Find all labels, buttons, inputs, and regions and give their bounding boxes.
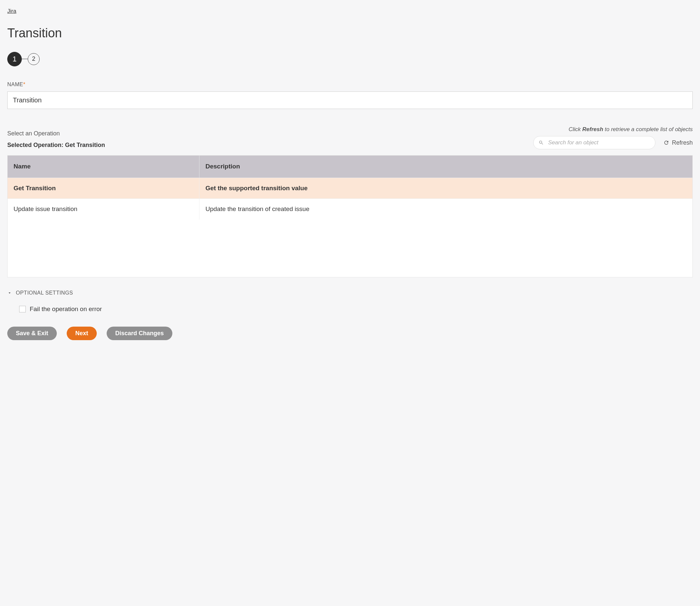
search-icon [539, 140, 544, 145]
refresh-button[interactable]: Refresh [663, 139, 693, 147]
column-name: Name [7, 156, 200, 178]
search-input[interactable] [533, 136, 655, 149]
stepper: 1 2 [7, 52, 693, 66]
refresh-hint-suffix: to retrieve a complete list of objects [603, 126, 693, 133]
step-2[interactable]: 2 [28, 53, 40, 65]
refresh-hint: Click Refresh to retrieve a complete lis… [533, 125, 693, 134]
selected-operation-value: Get Transition [65, 142, 105, 148]
table-row[interactable]: Get TransitionGet the supported transiti… [7, 178, 693, 199]
optional-settings-label: OPTIONAL SETTINGS [16, 289, 73, 297]
refresh-icon [663, 140, 669, 146]
optional-settings-toggle[interactable]: OPTIONAL SETTINGS [7, 289, 693, 297]
refresh-hint-prefix: Click [568, 126, 582, 133]
selected-operation: Selected Operation: Get Transition [7, 141, 105, 149]
row-name: Update issue transition [7, 199, 200, 219]
selected-operation-prefix: Selected Operation: [7, 142, 65, 148]
refresh-hint-strong: Refresh [582, 126, 603, 133]
chevron-down-icon [7, 290, 12, 295]
discard-changes-button[interactable]: Discard Changes [107, 327, 172, 340]
refresh-label: Refresh [672, 139, 693, 147]
name-input[interactable] [7, 92, 693, 109]
fail-on-error-label: Fail the operation on error [30, 305, 102, 314]
save-exit-button[interactable]: Save & Exit [7, 327, 57, 340]
breadcrumb-jira[interactable]: Jira [7, 7, 16, 15]
name-label-text: NAME [7, 81, 23, 87]
operations-table: Name Description Get TransitionGet the s… [7, 155, 693, 277]
name-label: NAME* [7, 81, 693, 88]
step-connector [22, 59, 28, 59]
row-description: Get the supported transition value [200, 178, 693, 199]
row-name: Get Transition [7, 178, 200, 199]
required-star: * [23, 81, 25, 87]
next-button[interactable]: Next [67, 327, 97, 340]
table-row[interactable]: Update issue transitionUpdate the transi… [7, 199, 693, 219]
select-operation-label: Select an Operation [7, 130, 105, 138]
row-description: Update the transition of created issue [200, 199, 693, 219]
step-1[interactable]: 1 [7, 52, 22, 66]
column-description: Description [200, 156, 693, 178]
page-title: Transition [7, 24, 693, 42]
fail-on-error-checkbox[interactable] [19, 306, 26, 312]
